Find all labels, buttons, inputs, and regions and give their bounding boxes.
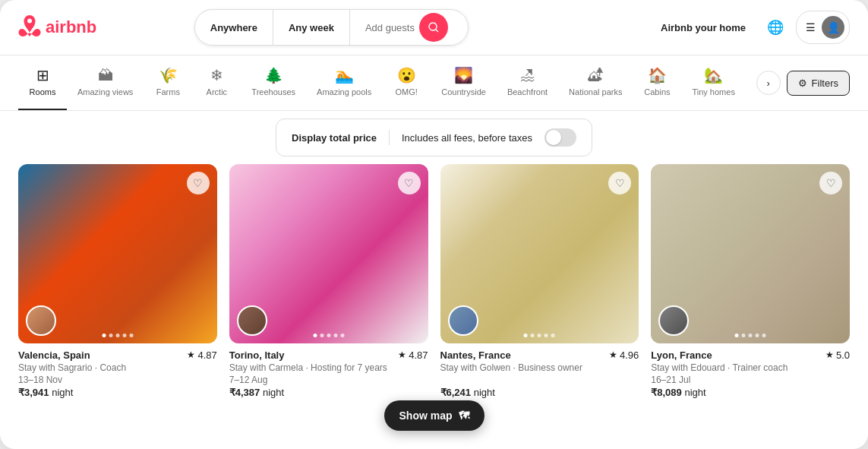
listing-price: ₹8,089 night [651,387,850,398]
search-button[interactable] [419,13,448,42]
search-where[interactable]: Anywhere [195,10,273,45]
image-dots [735,334,766,337]
sidebar-item-arctic[interactable]: ❄ Arctic [192,55,241,110]
price-banner-label: Display total price [292,132,377,144]
listing-description: Stay with Carmela · Hosting for 7 years [229,362,428,373]
tiny-homes-icon: 🏡 [704,68,723,83]
show-map-button[interactable]: Show map 🗺 [383,400,484,431]
dot [333,334,337,337]
search-bar[interactable]: Anywhere Any week Add guests [194,9,469,46]
category-items: ⊞ Rooms 🏔 Amazing views 🌾 Farms ❄ Arctic… [18,55,750,110]
rating-value: 4.87 [409,349,428,361]
listing-image-wrap: ♡ [18,164,217,343]
host-avatar [237,305,267,336]
listing-dates: 7–12 Aug [229,375,428,385]
listing-location: Lyon, France [651,349,712,361]
airbnb-logo-icon [18,14,41,42]
sidebar-item-tiny-homes[interactable]: 🏡 Tiny homes [681,55,745,110]
listing-info: Valencia, Spain ★ 4.87 Stay with Sagrari… [18,343,217,398]
sidebar-item-rooms[interactable]: ⊞ Rooms [18,55,67,110]
sidebar-item-cabins[interactable]: 🏠 Cabins [633,55,681,110]
favorite-button[interactable]: ♡ [398,172,421,194]
search-when[interactable]: Any week [273,10,350,45]
listing-card[interactable]: ♡ Valencia, Spain ★ 4.87 [18,164,217,398]
dot [544,334,548,337]
listing-location: Valencia, Spain [18,349,90,361]
search-guests[interactable]: Add guests [350,10,468,45]
image-dots [524,334,555,337]
language-selector[interactable]: 🌐 [761,13,790,42]
rooms-icon: ⊞ [36,68,49,83]
listing-info: Lyon, France ★ 5.0 Stay with Edouard · T… [651,343,850,398]
listing-card[interactable]: ♡ Torino, Italy ★ 4.87 [229,164,428,398]
search-icon [428,21,440,33]
listing-dates: 16–21 Jul [651,375,850,385]
dot [749,334,753,337]
listing-title-row: Lyon, France ★ 5.0 [651,349,850,361]
listing-card[interactable]: ♡ Lyon, France ★ 5.0 S [651,164,850,398]
sidebar-item-countryside[interactable]: 🌄 Countryside [431,55,497,110]
dot [531,334,535,337]
dot [340,334,344,337]
filters-icon: ⚙ [798,77,807,89]
price-banner-inner: Display total price Includes all fees, b… [276,119,592,157]
dot [742,334,746,337]
search-when-label: Any week [289,22,334,33]
filters-button[interactable]: ⚙ Filters [787,71,850,96]
beachfront-icon: 🏖 [520,68,535,83]
listing-price: ₹3,941 night [18,387,217,398]
sidebar-item-omg[interactable]: 😮 OMG! [382,55,431,110]
listing-dates: 13–18 Nov [18,375,217,385]
dot [102,334,106,337]
star-icon: ★ [187,349,195,360]
listing-card[interactable]: ♡ Nantes, France ★ 4.96 [440,164,639,398]
image-dots [102,334,133,337]
listings-grid: ♡ Valencia, Spain ★ 4.87 [0,164,868,410]
amazing-views-icon: 🏔 [98,68,113,83]
filters-label: Filters [812,77,838,89]
listing-rating: ★ 4.87 [187,349,216,361]
dot [762,334,766,337]
logo-text: airbnb [46,17,96,37]
listing-location: Nantes, France [440,349,511,361]
sidebar-item-farms[interactable]: 🌾 Farms [144,55,192,110]
dot [129,334,133,337]
price-toggle[interactable] [544,128,576,147]
header: airbnb Anywhere Any week Add guests Airb… [0,0,868,55]
price-banner-description: Includes all fees, before taxes [402,132,532,144]
listing-info: Torino, Italy ★ 4.87 Stay with Carmela ·… [229,343,428,398]
dot [109,334,112,337]
listing-image-wrap: ♡ [229,164,428,343]
logo[interactable]: airbnb [18,14,96,42]
listing-image-wrap: ♡ [440,164,639,343]
listing-title-row: Torino, Italy ★ 4.87 [229,349,428,361]
avatar: 👤 [822,16,844,39]
sidebar-item-national-parks[interactable]: 🏕 National parks [558,55,633,110]
listing-title-row: Nantes, France ★ 4.96 [440,349,639,361]
favorite-button[interactable]: ♡ [819,172,842,194]
sidebar-item-amazing-views[interactable]: 🏔 Amazing views [67,55,144,110]
airbnb-your-home-link[interactable]: Airbnb your home [652,16,755,40]
sidebar-item-treehouses[interactable]: 🌲 Treehouses [241,55,306,110]
category-nav-next[interactable]: › [756,71,781,95]
dot [538,334,541,337]
host-avatar [448,305,478,336]
sidebar-item-amazing-pools[interactable]: 🏊 Amazing pools [306,55,382,110]
map-icon: 🗺 [459,409,469,422]
listing-description: Stay with Golwen · Business owner [440,362,639,373]
listing-title-row: Valencia, Spain ★ 4.87 [18,349,217,361]
app-container: airbnb Anywhere Any week Add guests Airb… [0,0,868,449]
treehouses-icon: 🌲 [264,68,283,83]
listing-rating: ★ 4.87 [398,349,428,361]
listing-image-wrap: ♡ [651,164,850,343]
listing-price: ₹4,387 night [229,387,428,398]
sidebar-item-beachfront[interactable]: 🏖 Beachfront [497,55,558,110]
arctic-icon: ❄ [210,68,223,83]
dot [115,334,119,337]
search-where-label: Anywhere [210,22,257,33]
national-parks-icon: 🏕 [588,68,603,83]
favorite-button[interactable]: ♡ [187,172,210,194]
user-menu[interactable]: ☰ 👤 [796,11,850,44]
price-banner-divider [389,130,390,145]
dot [551,334,555,337]
